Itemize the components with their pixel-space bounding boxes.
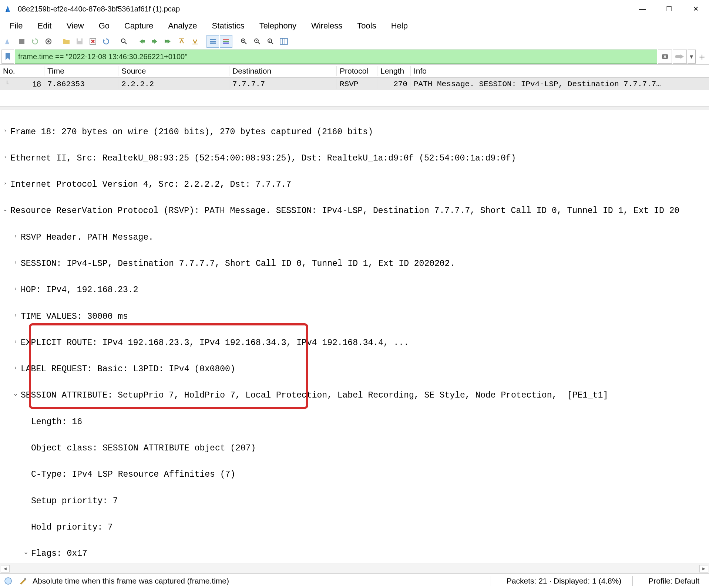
menu-edit[interactable]: Edit <box>31 19 58 33</box>
expand-toggle-icon[interactable]: › <box>10 257 21 267</box>
go-forward-icon[interactable] <box>149 35 161 48</box>
go-to-packet-icon[interactable] <box>162 35 175 48</box>
colorize-icon[interactable] <box>220 35 232 48</box>
scroll-right-icon[interactable]: ► <box>699 565 708 572</box>
tree-time-values[interactable]: TIME VALUES: 30000 ms <box>21 310 128 324</box>
tree-ip[interactable]: Internet Protocol Version 4, Src: 2.2.2.… <box>10 178 291 192</box>
close-file-icon[interactable] <box>87 35 99 48</box>
svg-rect-23 <box>280 38 288 44</box>
svg-point-26 <box>5 578 11 584</box>
find-packet-icon[interactable] <box>118 35 130 48</box>
col-header-time[interactable]: Time <box>44 66 118 76</box>
tree-ero[interactable]: EXPLICIT ROUTE: IPv4 192.168.23.3, IPv4 … <box>21 337 409 350</box>
expand-toggle-icon[interactable]: › <box>10 284 21 293</box>
tree-rsvp-header[interactable]: RSVP Header. PATH Message. <box>21 231 154 244</box>
col-header-source[interactable]: Source <box>118 66 229 76</box>
expand-toggle-icon[interactable]: › <box>0 178 10 188</box>
expand-toggle-icon[interactable]: › <box>0 126 10 135</box>
tree-label-request[interactable]: LABEL REQUEST: Basic: L3PID: IPv4 (0x080… <box>21 363 235 376</box>
restart-capture-icon[interactable] <box>29 35 41 48</box>
menu-view[interactable]: View <box>60 19 90 33</box>
tree-session[interactable]: SESSION: IPv4-LSP, Destination 7.7.7.7, … <box>21 257 455 271</box>
go-first-icon[interactable] <box>175 35 188 48</box>
menu-wireless[interactable]: Wireless <box>305 19 349 33</box>
menu-statistics[interactable]: Statistics <box>205 19 251 33</box>
scroll-left-icon[interactable]: ◄ <box>1 565 10 572</box>
main-toolbar: 1 <box>0 34 709 49</box>
expand-toggle-icon[interactable]: › <box>10 363 21 372</box>
zoom-in-icon[interactable] <box>238 35 250 48</box>
collapse-toggle-icon[interactable]: ⌄ <box>0 205 10 214</box>
reload-file-icon[interactable] <box>100 35 112 48</box>
clear-filter-icon[interactable] <box>658 50 672 64</box>
capture-options-icon[interactable] <box>42 35 55 48</box>
packet-list[interactable]: └18 7.862353 2.2.2.2 7.7.7.7 RSVP 270 PA… <box>0 78 709 107</box>
add-filter-button-icon[interactable]: ＋ <box>696 50 708 64</box>
tree-sa-hold[interactable]: Hold priority: 7 <box>31 521 113 534</box>
tree-sa-setup[interactable]: Setup priority: 7 <box>31 495 118 508</box>
cell-protocol: RSVP <box>337 79 377 89</box>
window-title: 08e2159b-ef2e-440c-87e8-3bf5361af61f (1)… <box>18 5 180 13</box>
tree-sa-ctype[interactable]: C-Type: IPv4 LSP Resource Affinities (7) <box>31 468 235 481</box>
col-header-destination[interactable]: Destination <box>229 66 337 76</box>
cell-length: 270 <box>377 79 411 89</box>
svg-text:1: 1 <box>269 40 270 42</box>
col-header-length[interactable]: Length <box>377 66 411 76</box>
recent-filters-icon[interactable]: ▾ <box>688 50 696 64</box>
zoom-out-icon[interactable] <box>251 35 263 48</box>
go-back-icon[interactable] <box>135 35 148 48</box>
tree-ethernet[interactable]: Ethernet II, Src: RealtekU_08:93:25 (52:… <box>10 152 516 165</box>
col-header-info[interactable]: Info <box>411 66 709 76</box>
horizontal-scrollbar[interactable]: ◄ ► <box>0 564 709 573</box>
menu-capture[interactable]: Capture <box>118 19 160 33</box>
save-file-icon[interactable] <box>73 35 86 48</box>
packet-details-tree[interactable]: ›Frame 18: 270 bytes on wire (2160 bits)… <box>0 110 709 564</box>
close-button[interactable]: ✕ <box>682 0 709 18</box>
collapse-toggle-icon[interactable]: ⌄ <box>10 389 21 399</box>
minimize-button[interactable]: — <box>629 0 656 18</box>
expand-toggle-icon[interactable]: › <box>10 337 21 346</box>
display-filter-input[interactable] <box>15 50 657 64</box>
start-capture-icon[interactable] <box>2 35 15 48</box>
tree-rsvp[interactable]: Resource ReserVation Protocol (RSVP): PA… <box>10 205 679 218</box>
expand-toggle-icon[interactable]: › <box>10 231 21 241</box>
zoom-reset-icon[interactable]: 1 <box>264 35 277 48</box>
expand-toggle-icon[interactable]: › <box>0 152 10 162</box>
cell-source: 2.2.2.2 <box>118 79 229 89</box>
apply-filter-icon[interactable] <box>673 50 687 64</box>
tree-sa-length[interactable]: Length: 16 <box>31 416 82 429</box>
svg-rect-14 <box>210 41 216 42</box>
edit-preferences-icon[interactable] <box>18 576 28 586</box>
menu-tools[interactable]: Tools <box>350 19 383 33</box>
stop-capture-icon[interactable] <box>16 35 28 48</box>
pane-splitter[interactable] <box>0 107 709 110</box>
expert-info-icon[interactable] <box>3 576 13 586</box>
svg-rect-4 <box>78 38 81 41</box>
packet-row[interactable]: └18 7.862353 2.2.2.2 7.7.7.7 RSVP 270 PA… <box>0 78 709 90</box>
tree-sa-flags[interactable]: Flags: 0x17 <box>31 547 87 561</box>
svg-rect-13 <box>210 39 216 40</box>
tree-session-attribute[interactable]: SESSION ATTRIBUTE: SetupPrio 7, HoldPrio… <box>21 389 608 402</box>
col-header-protocol[interactable]: Protocol <box>337 66 377 76</box>
open-file-icon[interactable] <box>60 35 73 48</box>
status-profile[interactable]: Profile: Default <box>642 577 706 585</box>
tree-frame[interactable]: Frame 18: 270 bytes on wire (2160 bits),… <box>10 126 373 139</box>
menu-telephony[interactable]: Telephony <box>253 19 303 33</box>
expand-toggle-icon[interactable]: › <box>10 310 21 320</box>
svg-rect-11 <box>179 38 184 39</box>
packet-marker-icon: └ <box>3 81 11 87</box>
cell-destination: 7.7.7.7 <box>229 79 337 89</box>
maximize-button[interactable]: ☐ <box>656 0 682 18</box>
menu-file[interactable]: File <box>3 19 29 33</box>
col-header-no[interactable]: No. <box>0 66 44 76</box>
collapse-toggle-icon[interactable]: ⌄ <box>21 547 31 557</box>
menu-analyze[interactable]: Analyze <box>161 19 204 33</box>
bookmark-filter-icon[interactable] <box>1 50 14 64</box>
auto-scroll-icon[interactable] <box>206 35 219 48</box>
tree-hop[interactable]: HOP: IPv4, 192.168.23.2 <box>21 284 138 297</box>
menu-go[interactable]: Go <box>92 19 116 33</box>
tree-sa-class[interactable]: Object class: SESSION ATTRIBUTE object (… <box>31 442 256 455</box>
menu-help[interactable]: Help <box>384 19 414 33</box>
go-last-icon[interactable] <box>189 35 201 48</box>
resize-columns-icon[interactable] <box>278 35 290 48</box>
